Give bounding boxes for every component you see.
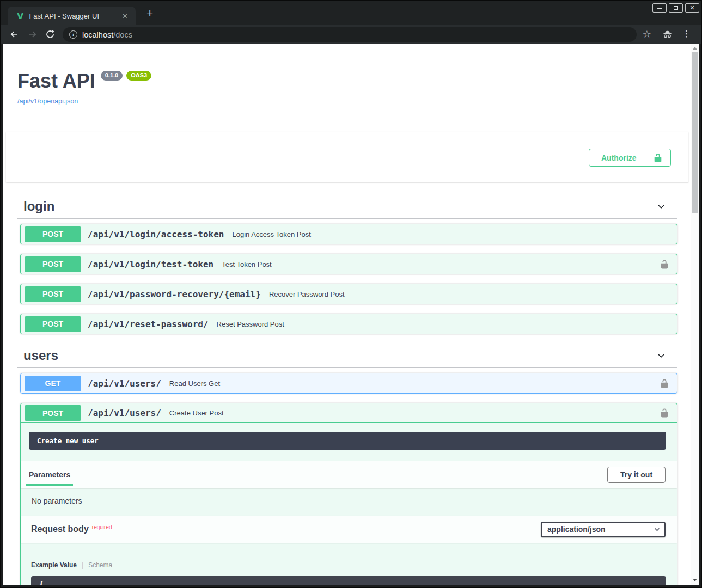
method-badge: POST: [25, 316, 81, 332]
method-badge: POST: [25, 286, 81, 302]
tag-header[interactable]: users: [17, 344, 677, 368]
parameters-tab: Parameters: [26, 461, 73, 488]
opblock-list: GET /api/v1/users/ Read Users Get POST /…: [17, 373, 677, 585]
endpoint-summary: Reset Password Post: [217, 320, 284, 328]
example-tabs: Example Value | Schema: [31, 561, 666, 569]
unlocked-padlock-icon: [660, 259, 669, 270]
tag-title: users: [23, 348, 58, 363]
openapi-spec-link[interactable]: /api/v1/openapi.json: [17, 97, 78, 105]
forward-icon[interactable]: [28, 29, 38, 39]
unlocked-padlock-icon: [660, 378, 669, 389]
endpoint-summary: Create User Post: [169, 409, 224, 417]
site-info-icon[interactable]: i: [69, 30, 77, 39]
close-button[interactable]: ✕: [685, 3, 699, 13]
site-favicon-icon: V: [17, 11, 23, 21]
opblock-row: GET /api/v1/users/ Read Users Get: [20, 373, 677, 394]
url-host: localhost: [82, 30, 113, 39]
window-controls: ✕: [652, 3, 699, 13]
media-type-select-wrap: application/json: [541, 522, 666, 537]
tab-title: Fast API - Swagger UI: [29, 12, 117, 20]
api-sections: login POST /api/v1/login/access-token Lo…: [3, 194, 692, 585]
example-code-block: {: [31, 576, 666, 585]
browser-window: V Fast API - Swagger UI ✕ + ✕ i localhos…: [0, 0, 702, 588]
tab-separator: |: [82, 561, 83, 569]
swagger-page: Fast API0.1.0OAS3 /api/v1/openapi.json A…: [3, 44, 692, 585]
unlocked-padlock-icon: [660, 408, 669, 418]
no-parameters-text: No parameters: [21, 488, 677, 516]
endpoint-path: /api/v1/users/: [88, 408, 161, 418]
chevron-down-icon[interactable]: [656, 350, 667, 361]
opblock-summary[interactable]: POST /api/v1/password-recovery/{email} R…: [21, 284, 677, 304]
request-body-label: Request body: [31, 524, 89, 534]
method-badge: GET: [25, 376, 81, 391]
scrollbar-up-arrow-icon[interactable]: [693, 47, 697, 50]
back-icon[interactable]: [9, 29, 19, 39]
new-tab-button[interactable]: +: [144, 8, 155, 19]
opblock-body: Create new user Parameters Try it out No…: [21, 432, 677, 585]
reload-icon[interactable]: [45, 29, 55, 39]
opblock-summary[interactable]: GET /api/v1/users/ Read Users Get: [21, 373, 677, 393]
tag-title: login: [23, 199, 54, 214]
opblock-row: POST /api/v1/users/ Create User Post Cre…: [20, 403, 677, 585]
browser-tab[interactable]: V Fast API - Swagger UI ✕: [8, 7, 136, 25]
api-info: Fast API0.1.0OAS3 /api/v1/openapi.json: [17, 44, 677, 106]
browser-menu-icon[interactable]: ⋮: [682, 29, 691, 39]
page-title: Fast API0.1.0OAS3: [17, 69, 677, 93]
scrollbar-thumb[interactable]: [692, 52, 698, 213]
authorize-button[interactable]: Authorize: [589, 149, 671, 167]
endpoint-path: /api/v1/login/test-token: [88, 259, 213, 270]
endpoint-summary: Read Users Get: [169, 379, 220, 388]
version-badge: 0.1.0: [101, 71, 123, 81]
model-example: Example Value | Schema {: [21, 543, 677, 585]
url-text: localhost/docs: [82, 30, 132, 39]
tag-section: users GET /api/v1/users/ Read Users Get …: [17, 344, 677, 585]
endpoint-path: /api/v1/users/: [88, 378, 161, 389]
media-type-select[interactable]: application/json: [541, 522, 666, 537]
auth-lock-button[interactable]: [660, 378, 669, 389]
opblock-summary[interactable]: POST /api/v1/login/access-token Login Ac…: [21, 224, 677, 244]
example-value-tab[interactable]: Example Value: [31, 561, 77, 569]
browser-toolbar: i localhost/docs ☆ ⋮: [1, 25, 701, 44]
method-badge: POST: [25, 256, 81, 272]
chevron-down-icon[interactable]: [656, 201, 667, 212]
tag-section: login POST /api/v1/login/access-token Lo…: [17, 194, 677, 334]
method-badge: POST: [25, 405, 81, 421]
operation-description: Create new user: [29, 432, 666, 450]
minimize-button[interactable]: [652, 3, 667, 13]
unlocked-padlock-icon: [653, 153, 663, 163]
endpoint-summary: Recover Password Post: [269, 290, 345, 298]
opblock-summary[interactable]: POST /api/v1/login/test-token Test Token…: [21, 254, 677, 274]
url-path: /docs: [113, 30, 132, 39]
opblock-list: POST /api/v1/login/access-token Login Ac…: [17, 224, 677, 334]
opblock-summary[interactable]: POST /api/v1/reset-password/ Reset Passw…: [21, 314, 677, 334]
scrollbar-down-arrow-icon[interactable]: [693, 579, 697, 581]
parameters-header: Parameters Try it out: [21, 461, 677, 488]
endpoint-summary: Login Access Token Post: [232, 230, 310, 238]
request-body-header: Request body required application/json: [21, 516, 677, 543]
try-it-out-button[interactable]: Try it out: [607, 467, 666, 483]
tab-close-icon[interactable]: ✕: [120, 11, 130, 21]
browser-tab-bar: V Fast API - Swagger UI ✕ + ✕: [1, 1, 701, 25]
maximize-icon: [674, 6, 678, 10]
auth-lock-button[interactable]: [660, 259, 669, 270]
method-badge: POST: [25, 226, 81, 242]
required-label: required: [92, 524, 112, 530]
opblock-row: POST /api/v1/login/test-token Test Token…: [20, 254, 677, 274]
address-bar[interactable]: i localhost/docs: [63, 27, 637, 42]
schema-tab[interactable]: Schema: [88, 561, 112, 569]
incognito-icon: [662, 29, 673, 40]
scheme-container: Authorize: [6, 132, 688, 182]
maximize-button[interactable]: [669, 3, 683, 13]
endpoint-summary: Test Token Post: [222, 260, 272, 268]
opblock-summary[interactable]: POST /api/v1/users/ Create User Post: [21, 403, 677, 423]
endpoint-path: /api/v1/password-recovery/{email}: [88, 289, 261, 299]
endpoint-path: /api/v1/reset-password/: [88, 319, 209, 329]
tag-header[interactable]: login: [17, 194, 677, 219]
opblock-row: POST /api/v1/login/access-token Login Ac…: [20, 224, 677, 244]
page-scrollbar[interactable]: [691, 44, 699, 585]
opblock-row: POST /api/v1/password-recovery/{email} R…: [20, 284, 677, 304]
bookmark-star-icon[interactable]: ☆: [643, 28, 651, 40]
opblock-row: POST /api/v1/reset-password/ Reset Passw…: [20, 314, 677, 334]
auth-lock-button[interactable]: [660, 408, 669, 418]
endpoint-path: /api/v1/login/access-token: [88, 229, 224, 240]
